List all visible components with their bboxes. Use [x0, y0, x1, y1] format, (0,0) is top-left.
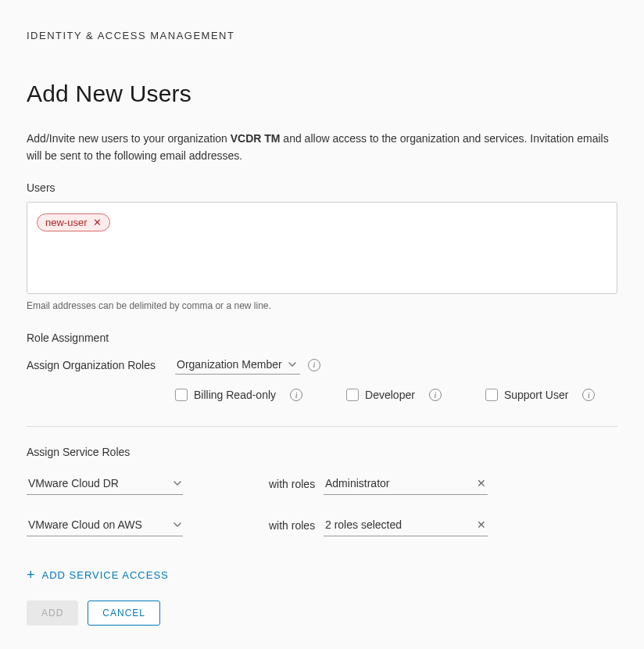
- add-service-access-button[interactable]: + ADD SERVICE ACCESS: [27, 568, 169, 582]
- add-button: ADD: [27, 601, 78, 626]
- breadcrumb: IDENTITY & ACCESS MANAGEMENT: [27, 30, 617, 41]
- chevron-down-icon: [174, 521, 181, 529]
- clear-roles-icon[interactable]: ✕: [477, 518, 486, 531]
- org-role-select[interactable]: Organization Member: [175, 355, 300, 375]
- intro-org: VCDR TM: [231, 132, 281, 145]
- cancel-button[interactable]: CANCEL: [88, 601, 160, 626]
- intro-prefix: Add/Invite new users to your organizatio…: [27, 132, 231, 145]
- billing-readonly-checkbox[interactable]: Billing Read-only i: [175, 389, 302, 401]
- checkbox-label: Billing Read-only: [194, 389, 276, 401]
- service-row: VMware Cloud on AWS with roles 2 roles s…: [27, 514, 617, 536]
- users-input-area[interactable]: new-user ✕: [27, 202, 617, 294]
- users-hint: Email addresses can be delimited by comm…: [27, 300, 617, 311]
- chevron-down-icon: [288, 360, 296, 368]
- support-user-input[interactable]: [485, 389, 498, 401]
- assign-service-roles-label: Assign Service Roles: [27, 446, 617, 458]
- service-row: VMware Cloud DR with roles Administrator…: [27, 472, 617, 495]
- role-select-value: Administrator: [325, 477, 389, 489]
- users-label: Users: [27, 181, 617, 194]
- user-tag-label: new-user: [45, 217, 87, 228]
- add-service-access-label: ADD SERVICE ACCESS: [42, 569, 169, 581]
- role-assignment-label: Role Assignment: [27, 332, 617, 344]
- role-select[interactable]: Administrator ✕: [324, 472, 488, 495]
- developer-checkbox[interactable]: Developer i: [346, 389, 442, 401]
- service-select[interactable]: VMware Cloud on AWS: [27, 514, 183, 536]
- divider: [27, 426, 617, 427]
- assign-org-roles-label: Assign Organization Roles: [27, 359, 175, 371]
- intro-text: Add/Invite new users to your organizatio…: [27, 131, 617, 164]
- billing-readonly-input[interactable]: [175, 389, 188, 401]
- chevron-down-icon: [174, 479, 181, 487]
- plus-icon: +: [27, 568, 36, 582]
- role-select-value: 2 roles selected: [325, 518, 402, 531]
- info-icon[interactable]: i: [290, 389, 302, 401]
- page-title: Add New Users: [27, 81, 617, 107]
- support-user-checkbox[interactable]: Support User i: [485, 389, 595, 401]
- remove-tag-icon[interactable]: ✕: [93, 217, 102, 228]
- service-select-value: VMware Cloud on AWS: [28, 518, 142, 531]
- with-roles-label: with roles: [183, 519, 324, 532]
- service-select[interactable]: VMware Cloud DR: [27, 472, 183, 495]
- with-roles-label: with roles: [183, 478, 324, 490]
- checkbox-label: Developer: [365, 389, 415, 401]
- info-icon[interactable]: i: [582, 389, 595, 401]
- info-icon[interactable]: i: [429, 389, 442, 401]
- role-select[interactable]: 2 roles selected ✕: [324, 514, 488, 536]
- developer-input[interactable]: [346, 389, 359, 401]
- info-icon[interactable]: i: [308, 359, 320, 371]
- service-select-value: VMware Cloud DR: [28, 477, 119, 489]
- org-role-select-value: Organization Member: [177, 358, 282, 371]
- clear-roles-icon[interactable]: ✕: [477, 477, 486, 489]
- user-tag[interactable]: new-user ✕: [37, 213, 110, 231]
- checkbox-label: Support User: [504, 389, 568, 401]
